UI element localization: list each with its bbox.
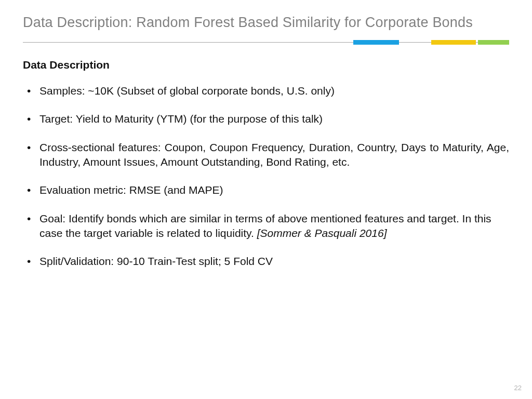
accent-bar-blue bbox=[353, 40, 399, 45]
title-divider bbox=[23, 40, 509, 45]
bullet-list: Samples: ~10K (Subset of global corporat… bbox=[23, 84, 509, 269]
section-heading: Data Description bbox=[23, 59, 509, 71]
bullet-text: Evaluation metric: RMSE (and MAPE) bbox=[39, 184, 223, 196]
bullet-item: Samples: ~10K (Subset of global corporat… bbox=[25, 84, 509, 98]
accent-bar-green bbox=[478, 40, 509, 45]
bullet-text: Target: Yield to Maturity (YTM) (for the… bbox=[39, 113, 323, 125]
citation: [Sommer & Pasquali 2016] bbox=[257, 227, 387, 239]
bullet-item: Split/Validation: 90-10 Train-Test split… bbox=[25, 254, 509, 269]
page-number: 22 bbox=[514, 384, 522, 392]
bullet-text: Cross-sectional features: Coupon, Coupon… bbox=[39, 141, 509, 168]
slide-title: Data Description: Random Forest Based Si… bbox=[23, 15, 509, 31]
bullet-item: Cross-sectional features: Coupon, Coupon… bbox=[25, 140, 509, 170]
slide: Data Description: Random Forest Based Si… bbox=[0, 0, 532, 399]
bullet-item: Target: Yield to Maturity (YTM) (for the… bbox=[25, 112, 509, 126]
accent-bar-yellow bbox=[431, 40, 476, 45]
bullet-text: Samples: ~10K (Subset of global corporat… bbox=[39, 85, 335, 97]
bullet-text: Split/Validation: 90-10 Train-Test split… bbox=[39, 255, 273, 267]
bullet-item: Goal: Identify bonds which are similar i… bbox=[25, 211, 509, 241]
bullet-item: Evaluation metric: RMSE (and MAPE) bbox=[25, 183, 509, 197]
